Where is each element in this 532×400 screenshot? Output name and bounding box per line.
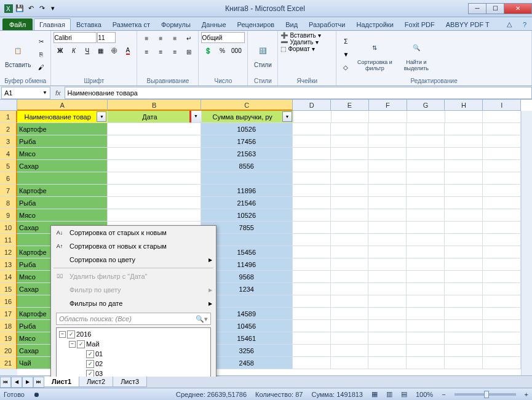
save-icon[interactable]: 💾 [15,4,25,14]
cell[interactable]: Картофе [17,185,108,197]
autosum-icon[interactable]: Σ [339,36,352,48]
row-header[interactable]: 20 [0,345,17,357]
cell[interactable]: Рыба [17,197,108,209]
col-header-H[interactable]: H [445,100,483,111]
tab-abbyy[interactable]: ABBYY PDF T [440,18,495,30]
align-top-icon[interactable]: ≡ [140,32,153,44]
zoom-out-icon[interactable]: − [442,391,445,398]
formula-bar[interactable]: Наименование товара [65,87,532,99]
tab-developer[interactable]: Разработчи [303,18,351,30]
tab-layout[interactable]: Разметка ст [107,18,156,30]
styles-button[interactable]: 🔠Стили [250,39,275,70]
cell[interactable]: Мясо [17,148,108,160]
row-header[interactable]: 1 [0,111,17,123]
copy-icon[interactable]: ⎘ [34,49,48,61]
italic-icon[interactable]: К [67,44,80,57]
merge-icon[interactable]: ⊞ [182,46,196,58]
col-header-D[interactable]: D [293,100,331,111]
row-header[interactable]: 13 [0,258,17,271]
cells-format[interactable]: ⬚Формат ▾ [280,46,333,52]
cell[interactable]: 8556 [201,160,293,172]
select-all-corner[interactable] [0,100,17,111]
tab-formulas[interactable]: Формулы [156,18,196,30]
cell[interactable]: 11896 [201,185,293,197]
filter-search-box[interactable]: Область поиска: (Все)🔍▾ [56,313,211,325]
bold-icon[interactable]: Ж [54,44,66,57]
row-header[interactable]: 17 [0,308,17,320]
zoom-level[interactable]: 100% [416,391,433,398]
close-button[interactable]: ✕ [504,3,532,14]
cell[interactable] [108,185,201,197]
cell[interactable] [108,209,201,222]
col-header-A[interactable]: A [17,100,108,111]
comma-icon[interactable]: 000 [229,44,243,57]
sheet-nav-prev[interactable]: ◀ [11,377,22,388]
zoom-slider[interactable] [455,393,516,396]
qat-more-icon[interactable]: ▾ [48,4,58,14]
font-color-icon[interactable]: A [121,44,134,57]
view-normal-icon[interactable]: ▦ [371,390,378,398]
filter-button-A[interactable]: ▼ [97,111,106,122]
table-header-C[interactable]: Сумма выручки, ру▼ [202,111,293,123]
cells-insert[interactable]: ➕Вставить ▾ [280,32,333,39]
row-header[interactable]: 12 [0,246,17,258]
align-mid-icon[interactable]: ≡ [154,32,167,44]
fx-icon[interactable]: fx [52,89,65,97]
table-header-B[interactable]: Дата▼ [108,111,201,123]
row-header[interactable]: 15 [0,283,17,295]
wrap-icon[interactable]: ↵ [182,32,196,44]
cell[interactable] [108,148,201,160]
tab-home[interactable]: Главная [34,18,71,30]
sort-newest-oldest[interactable]: A↑Сортировка от новых к старым [51,239,216,253]
sheet-tab-3[interactable]: Лист3 [113,377,147,387]
filter-button-C[interactable]: ▼ [282,111,292,122]
cells-delete[interactable]: ➖Удалить ▾ [280,39,333,46]
row-header[interactable]: 18 [0,320,17,332]
sort-oldest-newest[interactable]: A↓Сортировка от старых к новым [51,226,216,239]
align-center-icon[interactable]: ≡ [154,46,167,58]
row-header[interactable]: 8 [0,197,17,209]
sheet-nav-next[interactable]: ▶ [22,377,33,388]
undo-icon[interactable]: ↶ [26,4,36,14]
name-box[interactable]: ▼ [1,87,50,99]
tab-insert[interactable]: Вставка [71,18,107,30]
row-header[interactable]: 3 [0,135,17,148]
cell[interactable] [108,135,201,148]
tab-data[interactable]: Данные [196,18,232,30]
row-header[interactable]: 2 [0,123,17,135]
sheet-tab-1[interactable]: Лист1 [44,377,79,387]
cell[interactable] [201,172,293,185]
cell[interactable]: 21546 [201,197,293,209]
sort-filter-button[interactable]: ⇅Сортировка и фильтр [354,37,395,73]
row-header[interactable]: 11 [0,234,17,246]
font-name-input[interactable] [54,32,97,43]
font-size-input[interactable] [97,32,116,43]
row-header[interactable]: 4 [0,148,17,160]
col-header-C[interactable]: C [201,100,293,111]
row-header[interactable]: 7 [0,185,17,197]
paste-button[interactable]: 📋 Вставить [2,39,33,70]
clear-icon[interactable]: ◇ [339,62,352,74]
filter-values-tree[interactable]: −2016 −Май 01020304050607 Пустые) [56,327,211,377]
name-box-input[interactable] [4,89,35,97]
zoom-in-icon[interactable]: + [525,391,528,398]
macro-rec-icon[interactable]: ⏺ [33,391,40,398]
cell[interactable]: 21563 [201,148,293,160]
fill-color-icon[interactable]: 🞋 [108,44,121,57]
cell[interactable] [108,172,201,185]
sheet-nav-first[interactable]: ⏮ [0,377,11,388]
format-painter-icon[interactable]: 🖌 [34,62,48,74]
table-header-A[interactable]: Наименование товар▼ [17,111,108,123]
tab-review[interactable]: Рецензиров [232,18,280,30]
row-header[interactable]: 16 [0,295,17,308]
percent-icon[interactable]: % [215,44,229,57]
view-layout-icon[interactable]: ▥ [386,390,392,398]
cell[interactable] [17,172,108,185]
number-format-input[interactable] [201,32,245,43]
row-header[interactable]: 10 [0,222,17,234]
filter-button-B[interactable]: ▼ [189,111,202,123]
tree-collapse-icon[interactable]: − [59,331,66,338]
col-header-I[interactable]: I [483,100,521,111]
vertical-scrollbar[interactable] [521,111,532,377]
month-checkbox[interactable] [77,340,85,348]
